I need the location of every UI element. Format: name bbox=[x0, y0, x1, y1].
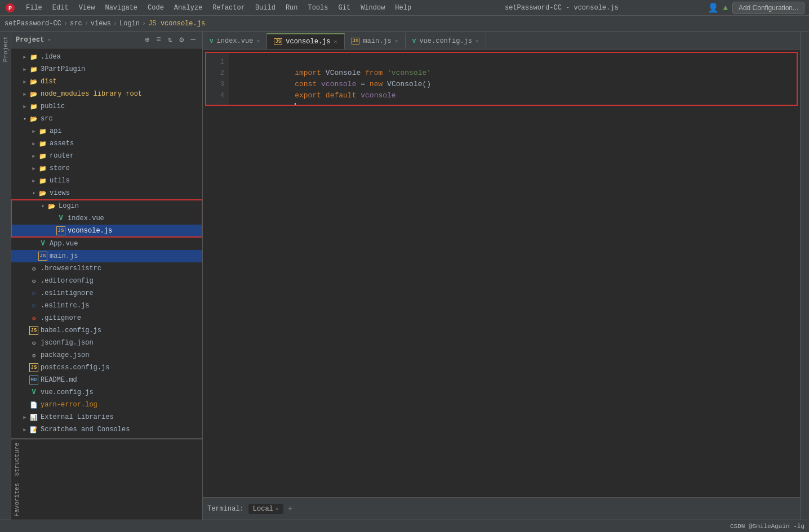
tree-item-src[interactable]: ▾ 📂 src bbox=[11, 113, 202, 125]
breadcrumb-file[interactable]: JS vconsole.js bbox=[148, 20, 205, 28]
code-content: 1 2 3 4 import VConsole from 'vconsole' … bbox=[206, 53, 797, 105]
menu-tools[interactable]: Tools bbox=[304, 3, 333, 13]
user-icon[interactable]: 👤 bbox=[708, 2, 719, 14]
vertical-tab-project[interactable]: Project bbox=[1, 32, 11, 66]
tree-label-node-modules: node_modules library root bbox=[41, 90, 142, 98]
tree-item-readme[interactable]: MD README.md bbox=[11, 374, 202, 386]
menu-code[interactable]: Code bbox=[143, 3, 168, 13]
tree-item-dist[interactable]: ▶ 📂 dist bbox=[11, 75, 202, 88]
menu-run[interactable]: Run bbox=[281, 3, 303, 13]
panel-action-settings[interactable]: ⚙ bbox=[177, 34, 186, 46]
breadcrumb-login[interactable]: Login bbox=[119, 20, 140, 28]
tree-item-idea[interactable]: ▶ 📁 .idea bbox=[11, 51, 202, 63]
folder-icon-dist: 📂 bbox=[29, 77, 38, 86]
tree-item-main-js[interactable]: JS main.js bbox=[11, 250, 202, 262]
tree-item-babel-config[interactable]: JS babel.config.js bbox=[11, 324, 202, 337]
structure-tab[interactable]: Structure bbox=[11, 439, 202, 479]
terminal-add-button[interactable]: + bbox=[288, 504, 292, 513]
add-config-button[interactable]: Add Configuration... bbox=[732, 2, 804, 14]
tree-item-yarn-error[interactable]: 📄 yarn-error.log bbox=[11, 399, 202, 411]
tree-item-vue-config[interactable]: V vue.config.js bbox=[11, 386, 202, 399]
tree-arrow-assets: ▶ bbox=[29, 141, 38, 147]
tree-arrow-external-libs: ▶ bbox=[20, 414, 29, 421]
tree-item-public[interactable]: ▶ 📁 public bbox=[11, 100, 202, 113]
menu-git[interactable]: Git bbox=[334, 3, 355, 13]
menu-file[interactable]: File bbox=[21, 3, 47, 13]
tree-arrow-idea: ▶ bbox=[20, 54, 29, 60]
tab-close-vconsole[interactable]: ✕ bbox=[334, 38, 337, 45]
panel-action-add[interactable]: ⊕ bbox=[143, 34, 152, 46]
log-icon: 📄 bbox=[29, 400, 38, 409]
tree-label-vconsole-js: vconsole.js bbox=[68, 227, 112, 235]
menu-window[interactable]: Window bbox=[356, 3, 389, 13]
panel-action-close[interactable]: — bbox=[189, 34, 198, 46]
breadcrumb-src[interactable]: src bbox=[70, 20, 82, 28]
panel-action-sort[interactable]: ⇅ bbox=[166, 34, 175, 46]
tree-item-gitignore[interactable]: ⚙ .gitignore bbox=[11, 312, 202, 324]
menu-edit[interactable]: Edit bbox=[48, 3, 73, 13]
panel-action-collapse[interactable]: ≡ bbox=[154, 34, 163, 46]
tree-arrow-utils: ▶ bbox=[29, 178, 38, 184]
tree-label-index-vue: index.vue bbox=[68, 214, 104, 222]
tree-item-package-json[interactable]: ⚙ package.json bbox=[11, 349, 202, 361]
tab-vconsole-js[interactable]: JS vconsole.js ✕ bbox=[267, 33, 344, 49]
tree-item-node-modules[interactable]: ▶ 📂 node_modules library root bbox=[11, 88, 202, 100]
tree-arrow-node-modules: ▶ bbox=[20, 91, 29, 97]
tab-index-vue[interactable]: V index.vue ✕ bbox=[203, 33, 267, 49]
tree-label-scratches: Scratches and Consoles bbox=[41, 426, 130, 433]
tree-item-eslintrc[interactable]: ○ .eslintrc.js bbox=[11, 299, 202, 312]
tree-arrow-dist: ▶ bbox=[20, 79, 29, 85]
tree-item-assets[interactable]: ▶ 📁 assets bbox=[11, 137, 202, 150]
menu-refactor[interactable]: Refactor bbox=[208, 3, 250, 13]
tree-item-app-vue[interactable]: V App.vue bbox=[11, 238, 202, 250]
tab-main-js[interactable]: JS main.js ✕ bbox=[345, 33, 406, 49]
terminal-tab-local[interactable]: Local ✕ bbox=[248, 504, 283, 514]
tree-label-external-libs: External Libraries bbox=[41, 413, 114, 421]
tree-item-postcss[interactable]: JS postcss.config.js bbox=[11, 361, 202, 374]
panel-chevron: ▾ bbox=[47, 37, 51, 43]
tab-close-index-vue[interactable]: ✕ bbox=[256, 38, 260, 44]
breadcrumb-views[interactable]: views bbox=[91, 20, 111, 28]
tree-item-views[interactable]: ▾ 📂 views bbox=[11, 187, 202, 199]
tree-item-login[interactable]: ▾ 📂 Login bbox=[11, 200, 202, 212]
tree-item-store[interactable]: ▶ 📁 store bbox=[11, 162, 202, 175]
panel-title: Project bbox=[16, 36, 44, 44]
tab-close-main-js[interactable]: ✕ bbox=[395, 38, 398, 44]
menu-view[interactable]: View bbox=[74, 3, 100, 13]
tree-item-jsconfig[interactable]: ⚙ jsconfig.json bbox=[11, 337, 202, 349]
folder-icon-router: 📁 bbox=[38, 151, 47, 160]
code-lines[interactable]: import VConsole from 'vconsole' const vc… bbox=[229, 53, 797, 105]
menu-analyze[interactable]: Analyze bbox=[170, 3, 207, 13]
tree-item-router[interactable]: ▶ 📁 router bbox=[11, 150, 202, 162]
tree-label-api: api bbox=[50, 127, 62, 135]
tree-item-eslintignore[interactable]: ○ .eslintignore bbox=[11, 287, 202, 299]
tree-item-3partplugin[interactable]: ▶ 📁 3PartPlugin bbox=[11, 63, 202, 75]
tree-item-browserslistrc[interactable]: ⚙ .browserslistrc bbox=[11, 262, 202, 275]
breadcrumb-project[interactable]: setPassword-CC bbox=[5, 20, 61, 28]
tree-item-vconsole-js[interactable]: JS vconsole.js bbox=[11, 225, 202, 237]
tree-item-external-libs[interactable]: ▶ 📊 External Libraries bbox=[11, 411, 202, 423]
tab-vue-config[interactable]: V vue.config.js ✕ bbox=[406, 33, 486, 49]
tree-item-scratches[interactable]: ▶ 📝 Scratches and Consoles bbox=[11, 423, 202, 436]
tab-close-vue-config[interactable]: ✕ bbox=[475, 38, 479, 44]
breadcrumb-sep-4: › bbox=[142, 20, 146, 28]
tree-item-api[interactable]: ▶ 📁 api bbox=[11, 125, 202, 137]
tree-item-utils[interactable]: ▶ 📁 utils bbox=[11, 175, 202, 187]
vcs-icon[interactable]: ▲ bbox=[723, 3, 728, 12]
editor-area: V index.vue ✕ JS vconsole.js ✕ JS main.j… bbox=[203, 32, 800, 520]
favorites-tab[interactable]: Favorites bbox=[11, 480, 202, 520]
menu-navigate[interactable]: Navigate bbox=[100, 3, 142, 13]
panel-actions: ⊕ ≡ ⇅ ⚙ — bbox=[143, 34, 198, 46]
eslint-icon-ignore: ○ bbox=[29, 289, 38, 298]
tree-item-editorconfig[interactable]: ⚙ .editorconfig bbox=[11, 275, 202, 287]
vue-icon-index: V bbox=[56, 214, 65, 223]
terminal-tab-local-close[interactable]: ✕ bbox=[275, 506, 279, 512]
menu-build[interactable]: Build bbox=[251, 3, 280, 13]
tree-arrow-login: ▾ bbox=[38, 203, 47, 209]
vertical-tab-strip: Project bbox=[0, 32, 11, 520]
json-icon-jsconfig: ⚙ bbox=[29, 338, 38, 347]
tree-label-3partplugin: 3PartPlugin bbox=[41, 65, 85, 73]
menu-help[interactable]: Help bbox=[390, 3, 416, 13]
editor-empty-area[interactable] bbox=[203, 106, 800, 497]
tree-item-index-vue[interactable]: V index.vue bbox=[11, 212, 202, 225]
